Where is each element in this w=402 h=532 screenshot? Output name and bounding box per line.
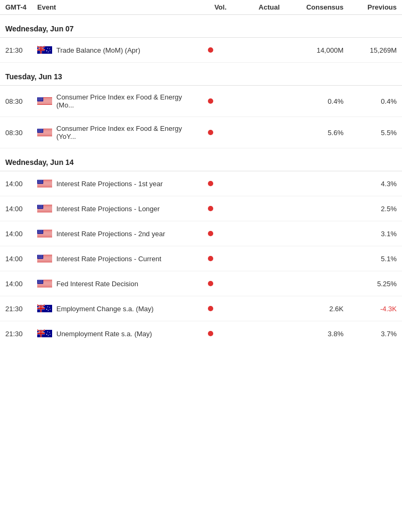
- event-time: 21:30: [5, 46, 37, 54]
- event-previous: 3.1%: [344, 230, 397, 238]
- header-actual: Actual: [227, 3, 280, 11]
- volatility-dot-icon: [208, 306, 213, 311]
- volatility-dot-icon: [208, 181, 213, 186]
- australia-flag-icon: [37, 329, 52, 338]
- svg-point-71: [41, 131, 41, 132]
- svg-point-204: [39, 280, 39, 281]
- svg-point-211: [41, 281, 41, 282]
- svg-point-101: [42, 182, 43, 183]
- table-row: 14:00 Interest Rate Projections - 2nd ye…: [0, 221, 402, 246]
- calendar-container: GMT-4 Event Vol. Actual Consensus Previo…: [0, 0, 402, 346]
- svg-rect-196: [37, 284, 52, 285]
- svg-point-41: [40, 100, 40, 101]
- table-row: 21:30 Unemployment Rate s.a. (May)3.8%3.…: [0, 321, 402, 346]
- svg-point-154: [42, 231, 43, 232]
- event-time: 14:00: [5, 255, 37, 263]
- event-consensus: 5.6%: [280, 129, 344, 137]
- svg-point-96: [42, 181, 43, 182]
- svg-point-209: [39, 281, 39, 282]
- svg-point-182: [41, 256, 41, 257]
- svg-point-175: [39, 255, 39, 256]
- svg-point-9: [46, 50, 47, 51]
- svg-point-67: [42, 130, 43, 131]
- event-name: Interest Rate Projections - 1st year: [56, 180, 163, 188]
- svg-rect-138: [37, 234, 52, 235]
- event-country-name: Interest Rate Projections - 1st year: [37, 179, 195, 188]
- svg-rect-201: [37, 287, 52, 287]
- svg-point-13: [47, 48, 48, 48]
- svg-rect-226: [40, 305, 41, 312]
- table-row: 14:00 Interest Rate Projections - 1st ye…: [0, 171, 402, 196]
- table-row: 14:00 Fed Interest Rate Decision5.25%: [0, 271, 402, 296]
- svg-point-34: [38, 99, 38, 99]
- svg-point-231: [47, 306, 48, 307]
- svg-point-30: [39, 98, 39, 98]
- svg-point-149: [42, 230, 43, 231]
- svg-point-116: [38, 205, 38, 206]
- svg-point-91: [42, 180, 43, 181]
- svg-point-242: [46, 334, 47, 335]
- svg-rect-52: [37, 134, 52, 134]
- event-volatility: [195, 205, 227, 213]
- event-name: Consumer Price Index ex Food & Energy (Y…: [56, 124, 195, 140]
- svg-point-63: [38, 130, 38, 131]
- svg-point-43: [42, 100, 43, 101]
- event-time: 14:00: [5, 280, 37, 288]
- table-row: 21:30 Trade Balance (MoM) (Apr)14,000M15…: [0, 38, 402, 63]
- table-row: 08:30 Consumer Price Index ex Food & Ene…: [0, 117, 402, 148]
- australia-flag-icon: [37, 304, 52, 313]
- svg-point-93: [39, 181, 39, 182]
- svg-point-174: [38, 255, 38, 256]
- event-volatility: [195, 97, 227, 105]
- svg-point-100: [41, 182, 41, 183]
- volatility-dot-icon: [208, 130, 213, 135]
- svg-rect-112: [37, 211, 52, 211]
- svg-point-125: [42, 206, 43, 207]
- svg-rect-54: [37, 135, 52, 135]
- svg-point-66: [41, 130, 41, 131]
- event-time: 21:30: [5, 330, 37, 338]
- event-consensus: 2.6K: [280, 305, 344, 313]
- header-consensus: Consensus: [280, 3, 344, 11]
- svg-point-87: [38, 180, 38, 181]
- svg-rect-168: [37, 260, 52, 260]
- event-time: 14:00: [5, 230, 37, 238]
- svg-point-99: [40, 182, 40, 183]
- svg-point-36: [40, 99, 40, 99]
- svg-point-203: [38, 280, 38, 281]
- event-name: Employment Change s.a. (May): [56, 305, 154, 313]
- svg-point-153: [41, 231, 41, 232]
- event-consensus: 0.4%: [280, 97, 344, 105]
- svg-rect-24: [37, 103, 52, 103]
- svg-rect-84: [37, 186, 52, 187]
- svg-rect-27: [37, 104, 52, 105]
- event-country-name: Fed Interest Rate Decision: [37, 279, 195, 288]
- svg-point-158: [41, 232, 41, 233]
- svg-point-212: [42, 281, 43, 282]
- svg-rect-140: [37, 235, 52, 236]
- svg-point-213: [38, 282, 38, 283]
- svg-point-10: [48, 52, 48, 52]
- svg-point-32: [41, 98, 41, 98]
- svg-point-215: [40, 282, 40, 283]
- svg-rect-139: [37, 235, 52, 235]
- event-volatility: [195, 330, 227, 338]
- svg-point-69: [39, 131, 39, 132]
- event-country-name: Consumer Price Index ex Food & Energy (Y…: [37, 124, 195, 140]
- svg-rect-142: [37, 236, 52, 237]
- us-flag-icon: [37, 128, 52, 137]
- svg-point-119: [41, 205, 41, 206]
- event-previous: 5.1%: [344, 255, 397, 263]
- svg-point-208: [38, 281, 38, 282]
- event-previous: 15,269M: [344, 46, 397, 54]
- event-country-name: Interest Rate Projections - Current: [37, 254, 195, 263]
- us-flag-icon: [37, 229, 52, 238]
- svg-point-98: [39, 182, 39, 183]
- svg-point-155: [38, 232, 38, 233]
- svg-point-33: [42, 98, 43, 98]
- svg-point-62: [42, 129, 43, 130]
- svg-point-232: [48, 311, 48, 311]
- svg-rect-200: [37, 286, 52, 287]
- svg-point-177: [41, 255, 41, 256]
- svg-point-157: [40, 232, 40, 233]
